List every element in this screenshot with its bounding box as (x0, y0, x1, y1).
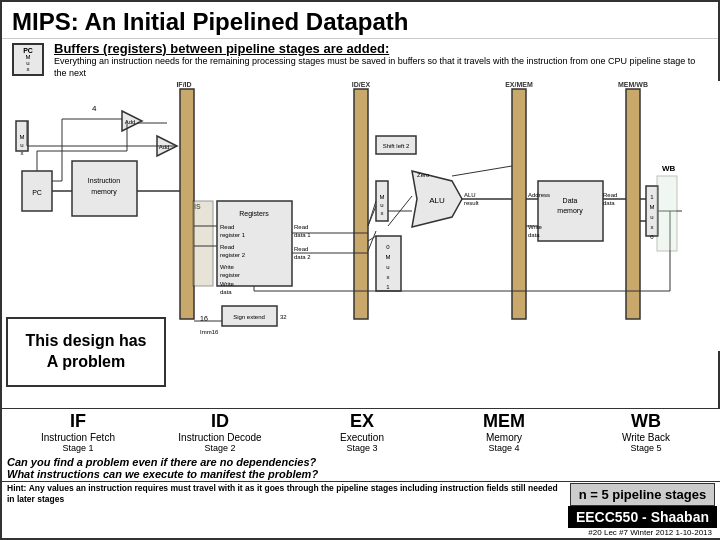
svg-rect-1 (180, 89, 194, 319)
hint-content: Any values an instruction requires must … (7, 483, 558, 504)
svg-text:M: M (386, 254, 391, 260)
svg-text:ALU: ALU (464, 192, 476, 198)
question-row: Can you find a problem even if there are… (2, 455, 720, 481)
svg-text:Read: Read (220, 244, 234, 250)
svg-text:data: data (528, 232, 540, 238)
svg-text:Write: Write (528, 224, 543, 230)
stage-if: IF Instruction Fetch Stage 1 (7, 411, 149, 453)
svg-rect-3 (354, 89, 368, 319)
svg-text:M: M (380, 194, 385, 200)
svg-text:PC: PC (32, 189, 42, 196)
eecc-sub: #20 Lec #7 Winter 2012 1-10-2013 (588, 528, 717, 537)
hint-text: Hint: Any values an instruction requires… (7, 483, 558, 505)
svg-text:memory: memory (557, 207, 583, 215)
svg-text:memory: memory (91, 188, 117, 196)
svg-text:x: x (387, 274, 390, 280)
header-main: Buffers (registers) between pipeline sta… (54, 41, 708, 56)
svg-text:Write: Write (220, 281, 235, 287)
header-section: PC Mux Buffers (registers) between pipel… (2, 39, 718, 81)
problem-box: This design has A problem (6, 317, 166, 387)
svg-text:Read: Read (603, 192, 617, 198)
svg-text:u: u (20, 142, 23, 148)
svg-text:MEM/WB: MEM/WB (618, 81, 648, 88)
svg-text:ALU: ALU (429, 196, 445, 205)
header-sub: Everything an instruction needs for the … (54, 56, 708, 79)
bottom-section: IF Instruction Fetch Stage 1 ID Instruct… (2, 408, 720, 538)
svg-text:32: 32 (280, 314, 287, 320)
svg-text:EX/MEM: EX/MEM (505, 81, 533, 88)
svg-text:IF/ID: IF/ID (176, 81, 191, 88)
svg-text:x: x (21, 150, 24, 156)
pipeline-diagram: IF/ID ID/EX EX/MEM MEM/WB PC Instruction… (2, 81, 720, 351)
hint-row: Hint: Any values an instruction requires… (2, 481, 720, 538)
svg-text:Registers: Registers (239, 210, 269, 218)
stage-mem: MEM Memory Stage 4 (433, 411, 575, 453)
svg-text:Imm16: Imm16 (200, 329, 219, 335)
svg-text:Address: Address (528, 192, 550, 198)
svg-text:Shift left 2: Shift left 2 (383, 143, 410, 149)
stage-names-row: IF Instruction Fetch Stage 1 ID Instruct… (2, 408, 720, 455)
svg-text:data 2: data 2 (294, 254, 311, 260)
svg-text:u: u (380, 202, 383, 208)
svg-text:M: M (650, 204, 655, 210)
pc-subtext: Mux (26, 54, 31, 72)
svg-text:Zero: Zero (417, 172, 430, 178)
svg-text:register 2: register 2 (220, 252, 246, 258)
problem-text: This design has A problem (26, 331, 147, 373)
svg-text:data: data (603, 200, 615, 206)
svg-text:Add: Add (125, 119, 136, 125)
svg-rect-45 (193, 201, 213, 286)
stage-ex: EX Execution Stage 3 (291, 411, 433, 453)
stage-wb: WB Write Back Stage 5 (575, 411, 717, 453)
svg-text:x: x (651, 224, 654, 230)
header-text-block: Buffers (registers) between pipeline sta… (54, 41, 708, 79)
diagram-area: IF/ID ID/EX EX/MEM MEM/WB PC Instruction… (2, 81, 720, 351)
svg-rect-7 (626, 89, 640, 319)
question-2: What instructions can we execute to mani… (7, 468, 717, 480)
svg-text:Write: Write (220, 264, 235, 270)
svg-text:ID/EX: ID/EX (352, 81, 371, 88)
question-1: Can you find a problem even if there are… (7, 456, 717, 468)
svg-text:Data: Data (563, 197, 578, 204)
svg-text:u: u (650, 214, 653, 220)
n-pipelines-box: n = 5 pipeline stages (570, 483, 716, 506)
svg-text:register: register (220, 272, 240, 278)
svg-rect-107 (657, 176, 677, 251)
svg-text:Read: Read (220, 224, 234, 230)
svg-text:result: result (464, 200, 479, 206)
svg-text:data: data (220, 289, 232, 295)
svg-text:M: M (20, 134, 25, 140)
svg-text:register 1: register 1 (220, 232, 246, 238)
title-bar: MIPS: An Initial Pipelined Datapath (2, 2, 718, 39)
svg-text:Sign extend: Sign extend (233, 314, 265, 320)
stage-id: ID Instruction Decode Stage 2 (149, 411, 291, 453)
main-container: MIPS: An Initial Pipelined Datapath PC M… (0, 0, 720, 540)
svg-text:u: u (386, 264, 389, 270)
svg-rect-5 (512, 89, 526, 319)
svg-text:WB: WB (662, 164, 676, 173)
eecc-box: EECC550 - Shaaban (568, 506, 717, 528)
pc-box: PC Mux (12, 43, 44, 76)
pc-label: PC (23, 47, 33, 54)
svg-text:Instruction: Instruction (88, 177, 120, 184)
svg-text:Read: Read (294, 224, 308, 230)
svg-text:Read: Read (294, 246, 308, 252)
svg-text:x: x (381, 210, 384, 216)
hint-label: Hint: (7, 483, 26, 493)
page-title: MIPS: An Initial Pipelined Datapath (12, 8, 408, 35)
svg-text:4: 4 (92, 104, 97, 113)
svg-text:Add: Add (159, 144, 170, 150)
